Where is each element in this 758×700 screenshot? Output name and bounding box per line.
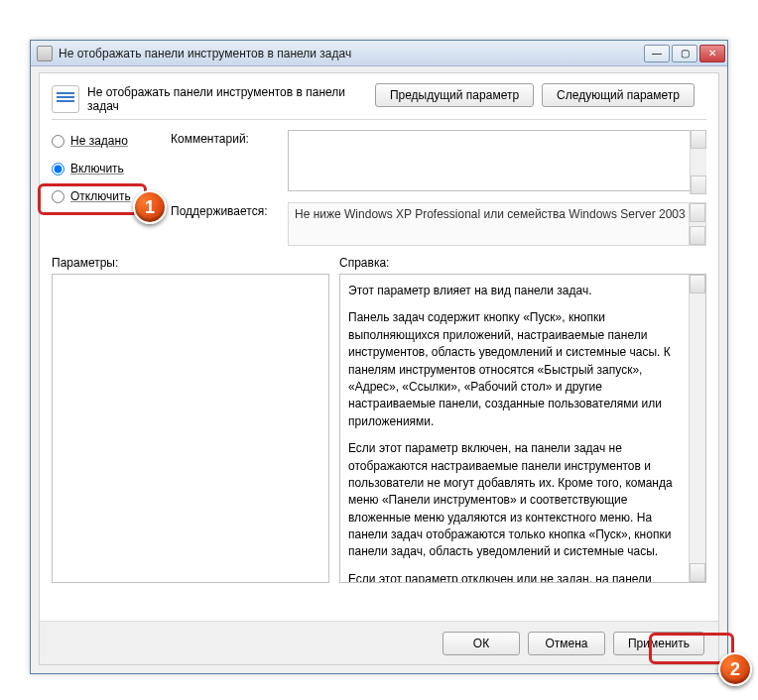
options-box: [52, 274, 329, 583]
policy-title: Не отображать панели инструментов в пане…: [87, 85, 367, 113]
radio-not-configured-input[interactable]: [52, 135, 64, 148]
radio-disabled-input[interactable]: [52, 190, 64, 203]
help-paragraph: Этот параметр влияет на вид панели задач…: [348, 283, 682, 299]
minimize-button[interactable]: —: [644, 45, 670, 62]
radio-not-configured-label: Не задано: [70, 134, 128, 148]
supported-scrollbar[interactable]: [689, 203, 705, 245]
policy-icon: [52, 85, 79, 113]
radio-enabled-label: Включить: [70, 162, 124, 175]
policy-window: Не отображать панели инструментов в пане…: [30, 40, 728, 674]
close-button[interactable]: ✕: [699, 45, 725, 62]
ok-button[interactable]: ОК: [442, 632, 520, 655]
options-label: Параметры:: [52, 256, 329, 270]
supported-box: Не ниже Windows XP Professional или семе…: [288, 202, 706, 246]
radio-disabled[interactable]: Отключить: [52, 189, 161, 203]
maximize-button[interactable]: ▢: [672, 45, 697, 62]
content-area: Не отображать панели инструментов в пане…: [39, 72, 719, 665]
window-icon: [37, 46, 53, 61]
help-paragraph: Если этот параметр отключен или не задан…: [348, 571, 682, 583]
cancel-button[interactable]: Отмена: [528, 632, 605, 655]
help-paragraph: Если этот параметр включен, на панели за…: [348, 440, 682, 561]
apply-button[interactable]: Применить: [613, 632, 704, 655]
radio-enabled-input[interactable]: [52, 163, 64, 175]
supported-label: Поддерживается:: [171, 202, 280, 218]
comment-label: Комментарий:: [171, 130, 280, 146]
help-paragraph: Панель задач содержит кнопку «Пуск», кно…: [348, 309, 682, 430]
titlebar[interactable]: Не отображать панели инструментов в пане…: [31, 41, 727, 66]
divider: [52, 119, 706, 120]
comment-scrollbar[interactable]: [690, 130, 706, 194]
footer: ОК Отмена Применить: [40, 621, 718, 664]
next-setting-button[interactable]: Следующий параметр: [542, 83, 695, 107]
supported-value: Не ниже Windows XP Professional или семе…: [295, 207, 686, 221]
help-box: Этот параметр влияет на вид панели задач…: [339, 274, 706, 583]
radio-not-configured[interactable]: Не задано: [52, 134, 161, 148]
radio-disabled-label: Отключить: [70, 189, 131, 203]
previous-setting-button[interactable]: Предыдущий параметр: [375, 83, 534, 107]
radio-enabled[interactable]: Включить: [52, 162, 161, 175]
help-scrollbar[interactable]: [689, 275, 705, 582]
window-title: Не отображать панели инструментов в пане…: [59, 47, 638, 60]
comment-textarea[interactable]: [288, 130, 706, 191]
help-label: Справка:: [339, 256, 706, 270]
